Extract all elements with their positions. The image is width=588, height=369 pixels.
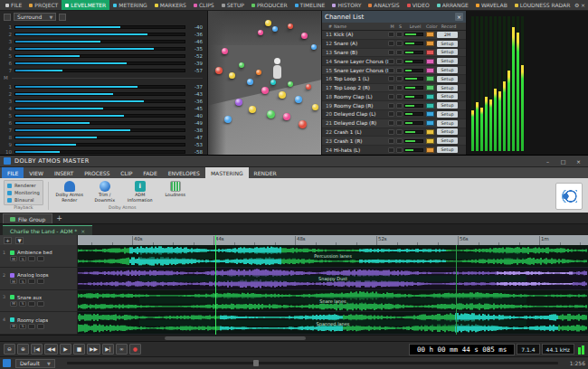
track-mute-button[interactable]: M bbox=[10, 324, 17, 329]
file-group-tab[interactable]: File Group bbox=[3, 213, 52, 223]
menu-tab-timeline[interactable]: TIMELINE bbox=[291, 0, 329, 10]
menu-tab-history[interactable]: HISTORY bbox=[328, 0, 365, 10]
solo-toggle[interactable] bbox=[396, 147, 403, 153]
solo-toggle[interactable] bbox=[396, 59, 403, 64]
channel-row[interactable]: 12Snare (A)Setup bbox=[322, 40, 466, 49]
close-icon[interactable]: × bbox=[81, 228, 85, 234]
preset-select[interactable]: Default ▼ bbox=[15, 359, 55, 368]
ribbon-tab-envelopes[interactable]: ENVELOPES bbox=[163, 167, 205, 178]
channel-setup-button[interactable]: Setup bbox=[437, 128, 458, 135]
track-menu-button[interactable]: ▼ bbox=[15, 237, 24, 244]
audio-object-sphere[interactable] bbox=[235, 99, 242, 106]
track-option-button[interactable] bbox=[28, 279, 35, 284]
solo-toggle[interactable] bbox=[396, 76, 403, 81]
track-option-button[interactable] bbox=[28, 324, 35, 329]
meter-layout-icon[interactable] bbox=[59, 14, 66, 21]
horizontal-scrollbar[interactable] bbox=[0, 335, 588, 341]
solo-toggle[interactable] bbox=[396, 103, 403, 109]
track-header-analog-loops[interactable]: 2Analog loopsMS bbox=[0, 268, 77, 290]
channel-row[interactable]: 17Top Loop 2 (R)Setup bbox=[322, 84, 466, 93]
menu-tab-arrange[interactable]: ARRANGE bbox=[433, 0, 472, 10]
audio-object-sphere[interactable] bbox=[256, 70, 261, 75]
channel-color-swatch[interactable] bbox=[426, 85, 434, 90]
channel-setup-button[interactable]: Setup bbox=[437, 111, 458, 118]
meter-source-select[interactable]: Surround ▼ bbox=[14, 13, 56, 21]
menu-tab-producer[interactable]: PRODUCER bbox=[248, 0, 291, 10]
channel-setup-button[interactable]: Setup bbox=[437, 102, 458, 109]
ribbon-tab-render[interactable]: RENDER bbox=[249, 167, 282, 178]
track-option-button[interactable] bbox=[28, 301, 35, 307]
mute-toggle[interactable] bbox=[388, 85, 394, 90]
ribbon-button-loudness[interactable]: Loudness bbox=[159, 180, 192, 205]
minimize-icon[interactable]: – bbox=[542, 156, 554, 166]
rewind-button[interactable]: ◀◀ bbox=[44, 344, 58, 355]
clip-roomy-claps[interactable]: Spanned lanes bbox=[78, 312, 588, 335]
track-color-swatch[interactable] bbox=[10, 295, 14, 299]
add-file-group-button[interactable]: + bbox=[54, 213, 64, 223]
audio-object-sphere[interactable] bbox=[270, 80, 276, 85]
channel-setup-button[interactable]: Setup bbox=[437, 137, 458, 144]
clip-ambience-bed[interactable]: Percussion lanes bbox=[78, 245, 588, 268]
channel-row[interactable]: 14Snare Layer Chorus (L)Setup bbox=[322, 57, 466, 66]
channel-color-swatch[interactable] bbox=[426, 59, 434, 64]
solo-toggle[interactable] bbox=[396, 120, 403, 126]
playback-option-binaural[interactable]: Binaural bbox=[7, 197, 40, 203]
channel-color-swatch[interactable] bbox=[426, 129, 434, 135]
mute-toggle[interactable] bbox=[388, 68, 394, 73]
audio-object-sphere[interactable] bbox=[267, 110, 275, 118]
audio-object-sphere[interactable] bbox=[239, 62, 244, 68]
channel-format-display[interactable]: 7.1.4 bbox=[517, 344, 539, 355]
waveform-lanes[interactable]: Percussion lanesSnappy DustSnare lanesSp… bbox=[78, 245, 588, 335]
track-header-roomy-claps[interactable]: 4Roomy clapsMS bbox=[0, 312, 77, 335]
audio-object-sphere[interactable] bbox=[301, 33, 308, 39]
channel-row[interactable]: 24Hi-hats (L)Setup bbox=[322, 146, 466, 155]
channel-setup-button[interactable]: Setup bbox=[437, 93, 458, 99]
audio-object-sphere[interactable] bbox=[224, 116, 232, 123]
channel-row[interactable]: 19Roomy Clap (R)Setup bbox=[322, 101, 466, 110]
audio-object-sphere[interactable] bbox=[306, 84, 311, 90]
channel-row[interactable]: 16Top Loop 1 (L)Setup bbox=[322, 75, 466, 84]
go-end-button[interactable]: ▶| bbox=[102, 344, 114, 355]
mute-toggle[interactable] bbox=[388, 76, 394, 81]
audio-object-sphere[interactable] bbox=[229, 72, 235, 79]
scrollbar-thumb[interactable] bbox=[165, 336, 306, 340]
ribbon-button-dolby-atmos[interactable]: Dolby Atmos Render bbox=[53, 180, 86, 205]
zoom-slider-thumb[interactable] bbox=[253, 360, 259, 366]
zoom-slider[interactable] bbox=[67, 362, 558, 364]
track-mute-button[interactable]: M bbox=[10, 256, 17, 261]
channel-setup-button[interactable]: Setup bbox=[437, 120, 458, 127]
menu-tab-wavelab[interactable]: WAVELAB bbox=[472, 0, 511, 10]
audio-object-sphere[interactable] bbox=[261, 87, 269, 94]
close-icon[interactable]: × bbox=[573, 156, 584, 166]
channel-row[interactable]: 21Delayed Clap (R)Setup bbox=[322, 119, 466, 128]
channel-color-swatch[interactable] bbox=[426, 32, 434, 37]
menu-tab-markers[interactable]: MARKERS bbox=[151, 0, 190, 10]
gear-icon[interactable]: ⚙ bbox=[574, 0, 580, 10]
track-option-button[interactable] bbox=[37, 279, 44, 284]
ribbon-button-adm[interactable]: iADM Information bbox=[124, 180, 156, 205]
maximize-icon[interactable]: □ bbox=[557, 156, 569, 166]
mute-toggle[interactable] bbox=[388, 120, 394, 126]
ribbon-tab-fade[interactable]: FADE bbox=[138, 167, 162, 178]
channel-color-swatch[interactable] bbox=[426, 120, 434, 126]
loop-button[interactable]: ∞ bbox=[116, 344, 128, 355]
close-icon[interactable]: × bbox=[455, 13, 463, 21]
ribbon-tab-process[interactable]: PROCESS bbox=[79, 167, 115, 178]
channel-color-swatch[interactable] bbox=[426, 111, 434, 117]
menu-tab-file[interactable]: FILE bbox=[2, 0, 25, 10]
mute-toggle[interactable] bbox=[388, 111, 394, 117]
channel-setup-button[interactable]: Setup bbox=[437, 67, 458, 73]
audio-object-sphere[interactable] bbox=[279, 91, 286, 99]
channel-setup-button[interactable]: 2M bbox=[437, 32, 458, 38]
audio-object-sphere[interactable] bbox=[288, 24, 293, 29]
zoom-in-button[interactable]: ⊕ bbox=[17, 344, 29, 355]
channel-color-swatch[interactable] bbox=[426, 138, 434, 144]
track-mute-button[interactable]: M bbox=[10, 301, 17, 307]
channel-color-swatch[interactable] bbox=[426, 68, 434, 73]
ribbon-tab-clip[interactable]: CLIP bbox=[115, 167, 138, 178]
audio-object-sphere[interactable] bbox=[222, 48, 228, 54]
mute-toggle[interactable] bbox=[388, 32, 394, 37]
menu-tab-metering[interactable]: METERING bbox=[109, 0, 151, 10]
track-option-button[interactable] bbox=[37, 256, 44, 261]
play-button[interactable]: ▶ bbox=[60, 344, 71, 355]
